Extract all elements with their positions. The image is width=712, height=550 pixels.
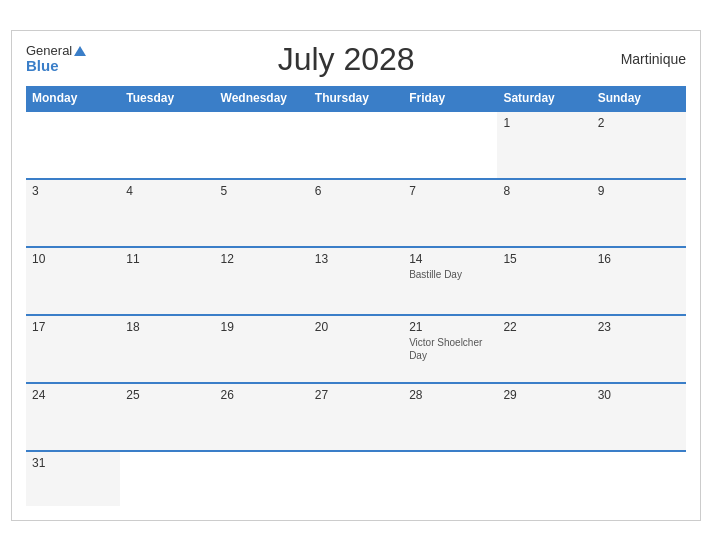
day-number: 16: [598, 252, 680, 266]
day-number: 24: [32, 388, 114, 402]
calendar-title: July 2028: [86, 41, 606, 78]
calendar-cell: 17: [26, 315, 120, 383]
calendar-cell: [26, 111, 120, 179]
day-number: 15: [503, 252, 585, 266]
day-number: 10: [32, 252, 114, 266]
day-number: 27: [315, 388, 397, 402]
calendar-cell: [309, 451, 403, 506]
day-number: 13: [315, 252, 397, 266]
day-number: 31: [32, 456, 114, 470]
calendar-cell: [403, 451, 497, 506]
calendar-cell: 19: [215, 315, 309, 383]
logo-general-text: General: [26, 44, 86, 58]
day-number: 7: [409, 184, 491, 198]
calendar-cell: 13: [309, 247, 403, 315]
header-monday: Monday: [26, 86, 120, 111]
calendar-cell: 23: [592, 315, 686, 383]
calendar-cell: [592, 451, 686, 506]
calendar-cell: [309, 111, 403, 179]
logo-triangle-icon: [74, 46, 86, 56]
calendar-cell: 3: [26, 179, 120, 247]
calendar-cell: 28: [403, 383, 497, 451]
logo-blue-text: Blue: [26, 58, 86, 75]
calendar-cell: 2: [592, 111, 686, 179]
calendar-grid: Monday Tuesday Wednesday Thursday Friday…: [26, 86, 686, 506]
calendar-cell: 11: [120, 247, 214, 315]
day-number: 11: [126, 252, 208, 266]
calendar-cell: 14Bastille Day: [403, 247, 497, 315]
calendar-cell: 30: [592, 383, 686, 451]
calendar-cell: 4: [120, 179, 214, 247]
calendar-cell: 6: [309, 179, 403, 247]
header-thursday: Thursday: [309, 86, 403, 111]
calendar-cell: 8: [497, 179, 591, 247]
header-saturday: Saturday: [497, 86, 591, 111]
day-number: 23: [598, 320, 680, 334]
event-label: Victor Shoelcher Day: [409, 336, 491, 362]
day-number: 17: [32, 320, 114, 334]
day-number: 12: [221, 252, 303, 266]
calendar-cell: 26: [215, 383, 309, 451]
day-number: 28: [409, 388, 491, 402]
calendar-cell: 7: [403, 179, 497, 247]
day-number: 3: [32, 184, 114, 198]
calendar-container: General Blue July 2028 Martinique Monday…: [11, 30, 701, 521]
calendar-cell: 12: [215, 247, 309, 315]
calendar-cell: 15: [497, 247, 591, 315]
day-number: 8: [503, 184, 585, 198]
day-number: 21: [409, 320, 491, 334]
event-label: Bastille Day: [409, 268, 491, 281]
day-number: 5: [221, 184, 303, 198]
logo: General Blue: [26, 44, 86, 75]
weekday-header-row: Monday Tuesday Wednesday Thursday Friday…: [26, 86, 686, 111]
calendar-cell: [403, 111, 497, 179]
calendar-cell: 5: [215, 179, 309, 247]
calendar-cell: 16: [592, 247, 686, 315]
header-friday: Friday: [403, 86, 497, 111]
calendar-cell: [120, 111, 214, 179]
day-number: 2: [598, 116, 680, 130]
header-wednesday: Wednesday: [215, 86, 309, 111]
day-number: 19: [221, 320, 303, 334]
calendar-cell: 27: [309, 383, 403, 451]
calendar-cell: 1: [497, 111, 591, 179]
day-number: 20: [315, 320, 397, 334]
calendar-region: Martinique: [606, 51, 686, 67]
calendar-cell: [215, 451, 309, 506]
calendar-cell: 9: [592, 179, 686, 247]
day-number: 4: [126, 184, 208, 198]
header-tuesday: Tuesday: [120, 86, 214, 111]
calendar-cell: 20: [309, 315, 403, 383]
header-sunday: Sunday: [592, 86, 686, 111]
calendar-header: General Blue July 2028 Martinique: [26, 41, 686, 78]
calendar-cell: 29: [497, 383, 591, 451]
calendar-cell: 22: [497, 315, 591, 383]
calendar-cell: [497, 451, 591, 506]
calendar-cell: 10: [26, 247, 120, 315]
calendar-cell: 21Victor Shoelcher Day: [403, 315, 497, 383]
day-number: 1: [503, 116, 585, 130]
day-number: 26: [221, 388, 303, 402]
calendar-cell: 25: [120, 383, 214, 451]
day-number: 6: [315, 184, 397, 198]
day-number: 18: [126, 320, 208, 334]
day-number: 30: [598, 388, 680, 402]
calendar-cell: 31: [26, 451, 120, 506]
calendar-cell: 18: [120, 315, 214, 383]
day-number: 9: [598, 184, 680, 198]
day-number: 22: [503, 320, 585, 334]
day-number: 25: [126, 388, 208, 402]
calendar-cell: [215, 111, 309, 179]
day-number: 29: [503, 388, 585, 402]
day-number: 14: [409, 252, 491, 266]
calendar-cell: 24: [26, 383, 120, 451]
calendar-cell: [120, 451, 214, 506]
